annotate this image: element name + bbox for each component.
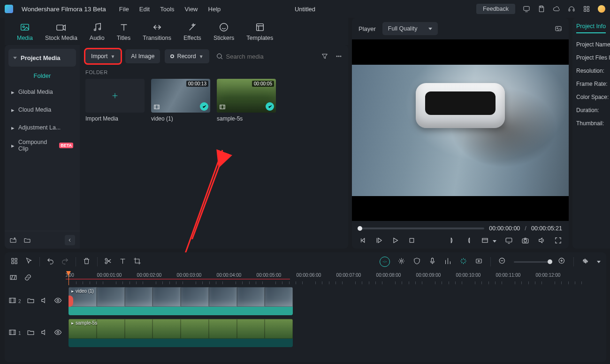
- menu-help[interactable]: Help: [208, 6, 221, 13]
- tab-audio[interactable]: Audio: [90, 22, 105, 41]
- preview-viewport[interactable]: [352, 39, 569, 221]
- menu-file[interactable]: File: [119, 6, 129, 13]
- fullscreen-icon[interactable]: [554, 236, 562, 246]
- film-icon[interactable]: [8, 296, 16, 306]
- mute-icon[interactable]: [40, 328, 48, 338]
- svg-rect-3: [573, 9, 574, 11]
- cloud-icon[interactable]: [553, 5, 560, 13]
- zoom-out-icon[interactable]: [498, 257, 506, 266]
- sidebar-item-adjustment[interactable]: ▸ Adjustment La...: [5, 119, 80, 136]
- feedback-button[interactable]: Feedback: [476, 4, 515, 14]
- cursor-icon[interactable]: [25, 257, 33, 266]
- menu-view[interactable]: View: [185, 6, 198, 13]
- timeline-clip[interactable]: ▸sample-5s: [69, 319, 293, 347]
- media-thumb-video1[interactable]: 00:00:13 video (1): [151, 79, 210, 122]
- tab-titles[interactable]: Titles: [117, 22, 130, 41]
- render-icon[interactable]: [475, 257, 483, 266]
- split-icon[interactable]: [104, 257, 112, 266]
- plus-icon: [111, 92, 119, 99]
- quality-select[interactable]: Full Quality: [382, 22, 438, 35]
- tab-stock[interactable]: Stock Media: [45, 22, 77, 41]
- headset-icon[interactable]: [568, 5, 575, 13]
- prev-frame-icon[interactable]: [358, 236, 366, 246]
- waveform-view-icon[interactable]: [581, 257, 589, 266]
- play-from-start-icon[interactable]: [375, 236, 383, 246]
- import-button[interactable]: Import▼: [85, 49, 121, 63]
- sidebar-header[interactable]: Project Media: [8, 49, 76, 67]
- monitor-icon[interactable]: [523, 5, 530, 13]
- magic-cut-icon[interactable]: [459, 257, 467, 266]
- zoom-in-icon[interactable]: [558, 257, 566, 266]
- mark-in-icon[interactable]: [448, 236, 456, 246]
- clip-trim-handle[interactable]: [69, 296, 73, 307]
- eye-icon[interactable]: [54, 296, 62, 306]
- chevron-down-icon[interactable]: [493, 240, 496, 243]
- shield-icon[interactable]: [413, 257, 421, 266]
- sidebar-item-cloud[interactable]: ▸ Cloud Media: [5, 101, 80, 119]
- volume-icon[interactable]: [538, 236, 546, 246]
- filter-icon[interactable]: [321, 53, 328, 60]
- menu-tools[interactable]: Tools: [160, 6, 174, 13]
- delete-icon[interactable]: [83, 257, 91, 266]
- media-thumb-sample5s[interactable]: 00:00:05 sample-5s: [217, 79, 276, 122]
- music-icon: [92, 22, 103, 33]
- search-input[interactable]: [226, 53, 301, 60]
- ai-image-button[interactable]: AI Image: [125, 49, 160, 63]
- eye-icon[interactable]: [54, 328, 62, 338]
- crop-icon[interactable]: [133, 257, 141, 266]
- info-row: Resolution:: [576, 64, 610, 77]
- ruler-tick: 00:00:05:00: [257, 273, 282, 278]
- tab-effects[interactable]: Effects: [183, 22, 201, 41]
- folder-small-icon[interactable]: [27, 328, 35, 338]
- new-folder-icon[interactable]: [9, 236, 17, 244]
- timeline-clip[interactable]: ▸video (1): [69, 287, 293, 315]
- stop-icon[interactable]: [408, 236, 416, 246]
- sidebar-item-label: Compound Clip: [18, 139, 55, 152]
- ruler-snap-icon[interactable]: [9, 273, 17, 283]
- chevron-down-icon[interactable]: [597, 261, 601, 263]
- redo-icon[interactable]: [61, 257, 69, 266]
- mic-icon[interactable]: [428, 257, 436, 266]
- play-icon[interactable]: [391, 236, 399, 246]
- player-label: Player: [358, 25, 376, 32]
- text-tool-icon[interactable]: [119, 257, 127, 266]
- svg-rect-6: [584, 9, 586, 11]
- ai-tool-icon[interactable]: [380, 257, 390, 267]
- grid-icon[interactable]: [10, 257, 18, 266]
- preview-scrubber[interactable]: [358, 228, 484, 229]
- avatar[interactable]: [598, 5, 605, 13]
- display-icon[interactable]: [505, 236, 513, 246]
- record-button[interactable]: Record▼: [165, 49, 209, 63]
- folder-icon[interactable]: [23, 236, 31, 244]
- undo-icon[interactable]: [46, 257, 54, 266]
- sidebar-item-global[interactable]: ▸ Global Media: [5, 83, 80, 101]
- sidebar-item-compound[interactable]: ▸ Compound Clip BETA: [5, 136, 80, 154]
- mark-out-icon[interactable]: [465, 236, 473, 246]
- svg-rect-0: [524, 7, 529, 11]
- menu-edit[interactable]: Edit: [139, 6, 150, 13]
- mute-icon[interactable]: [40, 296, 48, 306]
- ratio-icon[interactable]: [481, 236, 489, 246]
- equalizer-icon[interactable]: [444, 257, 452, 266]
- tab-templates[interactable]: Templates: [246, 22, 273, 41]
- thumb-caption: sample-5s: [217, 115, 276, 122]
- link-icon[interactable]: [24, 273, 32, 283]
- apps-icon[interactable]: [583, 5, 590, 13]
- tab-media[interactable]: Media: [17, 22, 33, 41]
- camera-snapshot-icon[interactable]: [521, 236, 529, 246]
- more-icon[interactable]: [335, 53, 343, 60]
- wand-icon: [187, 22, 198, 33]
- import-media-tile[interactable]: Import Media: [85, 79, 145, 122]
- sparkle-icon[interactable]: [397, 257, 405, 266]
- project-info-tab[interactable]: Project Info: [576, 23, 606, 33]
- timeline-ruler[interactable]: 0:0000:00:01:0000:00:02:0000:00:03:0000:…: [5, 271, 606, 285]
- snapshot-icon[interactable]: [555, 25, 562, 32]
- save-icon[interactable]: [538, 5, 545, 13]
- tab-transitions[interactable]: Transitions: [143, 22, 171, 41]
- collapse-sidebar-icon[interactable]: [65, 235, 75, 245]
- folder-small-icon[interactable]: [27, 296, 35, 306]
- tab-stickers[interactable]: Stickers: [214, 22, 234, 41]
- zoom-slider[interactable]: [514, 261, 550, 263]
- film-icon[interactable]: [8, 328, 16, 338]
- sidebar-folder-label[interactable]: Folder: [5, 67, 80, 83]
